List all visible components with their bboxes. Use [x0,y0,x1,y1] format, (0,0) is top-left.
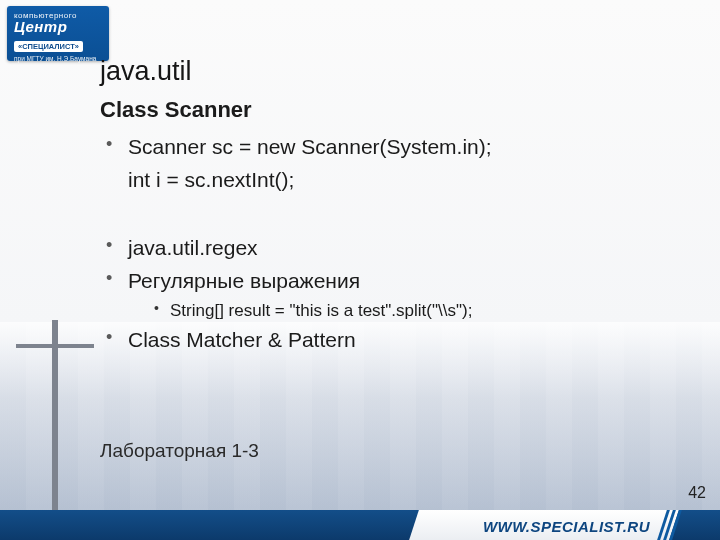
slide-title: java.util [100,56,696,87]
logo-line3: «СПЕЦИАЛИСТ» [14,41,83,52]
sub-list-item: String[] result = "this is a test".split… [150,297,696,324]
list-item: Scanner sc = new Scanner(System.in); [100,131,696,164]
brand-logo: компьютерного Центр «СПЕЦИАЛИСТ» при МГТ… [7,6,109,61]
lab-label: Лабораторная 1-3 [100,440,259,462]
footer-url: WWW.SPECIALIST.RU [483,518,650,535]
logo-line4: при МГТУ им. Н.Э.Баумана [14,55,102,62]
background-mast [52,320,58,510]
bullet-list: Scanner sc = new Scanner(System.in); [100,131,696,164]
bullet-list: java.util.regex Регулярные выражения Str… [100,232,696,357]
list-item: Регулярные выражения String[] result = "… [100,265,696,325]
footer-separator-icon [662,510,680,540]
list-item: Class Matcher & Pattern [100,324,696,357]
code-line: int i = sc.nextInt(); [128,164,696,197]
sub-bullet-list: String[] result = "this is a test".split… [150,297,696,324]
list-item: java.util.regex [100,232,696,265]
slide-subtitle: Class Scanner [100,97,696,123]
logo-line2: Центр [14,18,102,35]
slide-content: java.util Class Scanner Scanner sc = new… [100,56,696,357]
list-item-label: Регулярные выражения [128,269,360,292]
logo-line1: компьютерного [14,11,102,20]
page-number: 42 [688,484,706,502]
